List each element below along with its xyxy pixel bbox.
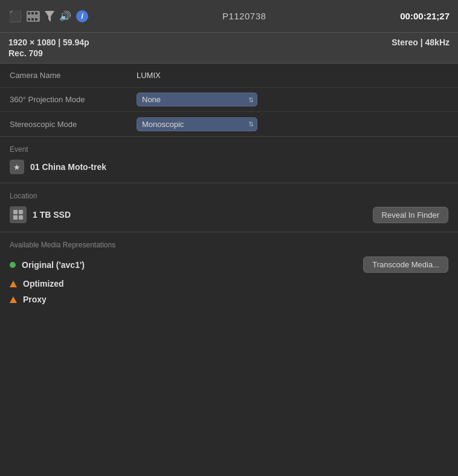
media-rep-label: Available Media Representations (10, 241, 448, 249)
svg-rect-5 (31, 18, 34, 21)
svg-rect-4 (28, 18, 30, 21)
grid-cell-4 (19, 215, 23, 220)
svg-rect-6 (35, 18, 37, 21)
location-icon-text: 1 TB SSD (10, 206, 71, 223)
volume-icon[interactable]: 🔊 (59, 10, 71, 22)
stereoscopic-mode-label: Stereoscopic Mode (10, 120, 137, 129)
grid-icon (13, 210, 23, 220)
location-section: Location 1 TB SSD Reveal In Finder (0, 183, 458, 232)
colorspace: Rec. 709 (8, 48, 43, 58)
reveal-in-finder-button[interactable]: Reveal In Finder (373, 207, 448, 223)
media-rep-optimized-row: Optimized (10, 279, 448, 289)
grid-cell-2 (19, 210, 23, 214)
clip-name: P1120738 (94, 11, 394, 21)
timecode: 00:00:21;27 (400, 11, 450, 21)
resolution-framerate: 1920 × 1080 | 59.94p (8, 37, 89, 47)
timecode-prefix: 00:00: (400, 11, 426, 21)
transcode-media-button[interactable]: Transcode Media... (363, 256, 448, 273)
main-content: Camera Name LUMIX 360° Projection Mode N… (0, 64, 458, 469)
event-section: Event ★ 01 China Moto-trek (0, 137, 458, 183)
original-name: Original ('avc1') (22, 260, 85, 270)
event-name: 01 China Moto-trek (30, 162, 106, 172)
camera-name-value: LUMIX (137, 71, 448, 80)
audio-info: Stereo | 48kHz (392, 37, 450, 47)
media-rep-original-row: Original ('avc1') Transcode Media... (10, 256, 448, 273)
media-rep-original-left: Original ('avc1') (10, 260, 85, 270)
event-content: ★ 01 China Moto-trek (10, 160, 448, 174)
toolbar: ⬛ 🔊 i P1120738 00:00:21;27 (0, 0, 458, 33)
location-drive-icon (10, 206, 27, 223)
proxy-status-triangle (10, 296, 17, 303)
timecode-suffix: 21;27 (427, 11, 450, 21)
film-strip-icon[interactable] (27, 11, 40, 22)
camera-name-row: Camera Name LUMIX (0, 64, 458, 88)
original-status-dot (10, 262, 16, 268)
location-name: 1 TB SSD (33, 210, 71, 220)
location-content: 1 TB SSD Reveal In Finder (10, 206, 448, 223)
event-icon: ★ (10, 160, 24, 174)
filter-icon[interactable] (45, 11, 54, 22)
optimized-name: Optimized (23, 279, 64, 289)
stereoscopic-mode-row: Stereoscopic Mode Monoscopic Side by Sid… (0, 112, 458, 136)
film-icon[interactable]: ⬛ (8, 10, 22, 23)
stereoscopic-mode-select-wrapper[interactable]: Monoscopic Side by Side Over/Under (137, 117, 257, 131)
media-rep-proxy-left: Proxy (10, 295, 47, 304)
stereoscopic-mode-select[interactable]: Monoscopic Side by Side Over/Under (137, 117, 257, 131)
media-rep-proxy-row: Proxy (10, 295, 448, 304)
grid-cell-1 (13, 210, 18, 214)
projection-mode-select[interactable]: None Equirectangular (137, 93, 257, 106)
info-bar: 1920 × 1080 | 59.94p Stereo | 48kHz Rec.… (0, 33, 458, 64)
svg-rect-3 (35, 12, 37, 15)
projection-mode-label: 360° Projection Mode (10, 95, 137, 104)
properties-section: Camera Name LUMIX 360° Projection Mode N… (0, 64, 458, 137)
proxy-name: Proxy (23, 295, 47, 304)
optimized-status-triangle (10, 281, 17, 287)
svg-rect-1 (28, 12, 30, 15)
toolbar-icons: ⬛ 🔊 i (8, 10, 88, 23)
grid-cell-3 (13, 215, 18, 220)
media-rep-optimized-left: Optimized (10, 279, 64, 289)
svg-rect-2 (31, 12, 34, 15)
svg-marker-7 (45, 11, 54, 22)
camera-name-label: Camera Name (10, 71, 137, 80)
event-label: Event (10, 145, 448, 154)
media-representations-section: Available Media Representations Original… (0, 232, 458, 319)
info-icon[interactable]: i (76, 10, 88, 22)
location-label: Location (10, 192, 448, 200)
projection-mode-row: 360° Projection Mode None Equirectangula… (0, 88, 458, 112)
projection-mode-select-wrapper[interactable]: None Equirectangular (137, 93, 257, 106)
